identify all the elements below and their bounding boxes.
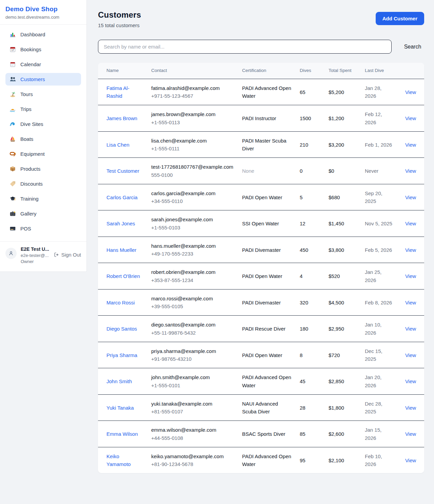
sidebar: Demo Dive Shop demo.test.divestreams.com… (0, 0, 87, 272)
customer-name-link[interactable]: Test Customer (106, 168, 139, 174)
sidebar-item-trips[interactable]: Trips (5, 103, 81, 115)
dives-count: 320 (296, 289, 324, 316)
dives-count: 1500 (296, 105, 324, 132)
sidebar-item-discounts[interactable]: Discounts (5, 178, 81, 190)
total-spent: $2,950 (324, 316, 361, 342)
total-spent: $1,450 (324, 210, 361, 237)
total-spent: $3,800 (324, 237, 361, 263)
users-icon (9, 76, 16, 82)
customer-name-link[interactable]: John Smith (106, 378, 132, 384)
customer-name-link[interactable]: James Brown (106, 115, 137, 121)
sidebar-item-products[interactable]: Products (5, 163, 81, 175)
customer-name-link[interactable]: Lisa Chen (106, 142, 130, 148)
table-header-row: NameContactCertificationDivesTotal Spent… (98, 63, 424, 79)
view-link[interactable]: View (405, 458, 416, 463)
person-icon (8, 250, 14, 256)
customer-email: priya.sharma@example.com (151, 347, 234, 355)
customer-name-link[interactable]: Keiko Yamamoto (106, 453, 131, 467)
sidebar-item-label: Dive Sites (20, 121, 43, 127)
view-link[interactable]: View (405, 273, 416, 279)
customer-email: robert.obrien@example.com (151, 268, 234, 276)
view-link[interactable]: View (405, 89, 416, 95)
customer-name-link[interactable]: Diego Santos (106, 326, 137, 332)
view-link[interactable]: View (405, 194, 416, 200)
certification: PADI Advanced Open Water (238, 447, 296, 473)
dives-count: 85 (296, 421, 324, 447)
user-email: e2e-tester@... (21, 253, 50, 258)
sidebar-item-customers[interactable]: Customers (5, 73, 81, 86)
sidebar-item-pos[interactable]: POS (5, 222, 81, 235)
view-link[interactable]: View (405, 168, 416, 174)
sidebar-item-gallery[interactable]: Gallery (5, 207, 81, 220)
customer-name-link[interactable]: Hans Mueller (106, 247, 136, 253)
customer-email: yuki.tanaka@example.com (151, 400, 234, 408)
column-header: Name (98, 63, 147, 79)
page-title: Customers (98, 10, 141, 20)
sidebar-item-label: Products (20, 166, 40, 172)
customer-name-link[interactable]: Robert O'Brien (106, 273, 140, 279)
search-input[interactable] (98, 40, 392, 54)
sidebar-item-label: Customers (20, 76, 45, 82)
dives-count: 28 (296, 394, 324, 421)
sidebar-item-boats[interactable]: Boats (5, 133, 81, 145)
customer-name-link[interactable]: Emma Wilson (106, 431, 138, 437)
customer-phone: +1-555-0103 (151, 224, 234, 231)
sidebar-item-calendar[interactable]: Calendar (5, 58, 81, 71)
sign-out-button[interactable]: Sign Out (54, 252, 81, 258)
sailboat-icon (9, 136, 16, 142)
search-button[interactable]: Search (392, 44, 424, 50)
sidebar-column: Demo Dive Shop demo.test.divestreams.com… (0, 0, 87, 504)
sidebar-item-label: Bookings (20, 46, 41, 52)
view-link[interactable]: View (405, 378, 416, 384)
user-name: E2E Test U... (21, 246, 50, 252)
view-link[interactable]: View (405, 405, 416, 411)
sidebar-item-bookings[interactable]: 17Bookings (5, 43, 81, 56)
view-link[interactable]: View (405, 431, 416, 437)
sidebar-item-dashboard[interactable]: Dashboard (5, 28, 81, 41)
total-spent: $4,500 (324, 289, 361, 316)
certification: PADI Divemaster (238, 289, 296, 316)
wave-icon (9, 121, 16, 127)
customer-name-link[interactable]: Carlos Garcia (106, 194, 138, 200)
customer-name-link[interactable]: Marco Rossi (106, 300, 135, 305)
total-spent: $1,800 (324, 394, 361, 421)
customer-name-link[interactable]: Priya Sharma (106, 352, 137, 358)
user-role: Owner (21, 259, 50, 264)
last-dive: Jan 25, 2026 (361, 263, 397, 290)
avatar (5, 248, 17, 259)
view-link[interactable]: View (405, 115, 416, 121)
package-icon (9, 166, 16, 172)
sidebar-item-training[interactable]: Training (5, 192, 81, 205)
sidebar-item-tours[interactable]: Tours (5, 88, 81, 100)
view-link[interactable]: View (405, 352, 416, 358)
sidebar-item-equipment[interactable]: Equipment (5, 148, 81, 160)
column-header: Last Dive (361, 63, 397, 79)
title-block: Customers 15 total customers (98, 10, 141, 28)
last-dive: Sep 20, 2025 (361, 184, 397, 210)
customer-name-link[interactable]: Fatima Al-Rashid (106, 85, 130, 99)
sidebar-item-label: POS (20, 226, 31, 231)
customer-phone: 555-0100 (151, 171, 234, 179)
customer-name-link[interactable]: Sarah Jones (106, 221, 135, 226)
view-link[interactable]: View (405, 300, 416, 305)
add-customer-button[interactable]: Add Customer (376, 12, 424, 25)
calendar-icon (9, 61, 16, 68)
table-row: Yuki Tanakayuki.tanaka@example.com+81-55… (98, 394, 424, 421)
view-link[interactable]: View (405, 142, 416, 148)
column-header: Certification (238, 63, 296, 79)
table-row: Hans Muellerhans.mueller@example.com+49-… (98, 237, 424, 263)
certification: PADI Open Water (238, 263, 296, 290)
view-link[interactable]: View (405, 326, 416, 332)
customer-phone: +1-555-0113 (151, 118, 234, 126)
sidebar-item-label: Training (20, 196, 39, 202)
last-dive: Feb 12, 2026 (361, 105, 397, 132)
table-row: Emma Wilsonemma.wilson@example.com+44-55… (98, 421, 424, 447)
view-link[interactable]: View (405, 247, 416, 253)
view-link[interactable]: View (405, 221, 416, 226)
total-spent: $1,200 (324, 105, 361, 132)
total-spent: $5,200 (324, 79, 361, 105)
customer-name-link[interactable]: Yuki Tanaka (106, 405, 134, 411)
customers-table: NameContactCertificationDivesTotal Spent… (98, 63, 424, 473)
sidebar-item-dive-sites[interactable]: Dive Sites (5, 118, 81, 130)
table-row: John Smithjohn.smith@example.com+1-555-0… (98, 368, 424, 395)
